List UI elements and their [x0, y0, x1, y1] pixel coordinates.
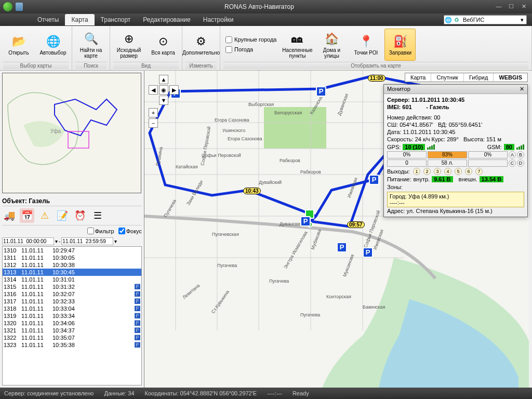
zone-box: Город: Уфа (4.899 км.) ----:---	[387, 192, 524, 207]
maximize-button[interactable]: ☐	[506, 3, 516, 11]
status-coords: Координаты: 054°42.8882'N 056°00.2972'E	[145, 390, 257, 396]
dropdown-icon[interactable]: ▾	[55, 238, 58, 244]
status-ready: Ready	[292, 390, 309, 396]
clock-icon[interactable]: ⏰	[73, 208, 87, 223]
webgis-search[interactable]: 🌐 ♻ ▾	[444, 15, 527, 24]
map-nav-controls: ▲ ◀◉▶ ▼ + −	[149, 75, 179, 128]
truck-icon[interactable]: 🚚	[2, 208, 17, 223]
event-row[interactable]: 131211.01.1110:30:38	[3, 261, 141, 269]
check-Крупные города[interactable]: Крупные города	[225, 36, 276, 43]
event-row[interactable]: 131011.01.1110:29:47	[3, 247, 141, 254]
event-row[interactable]: 131711.01.1110:32:33🅿	[3, 298, 141, 305]
ribbon-icon: ⊕	[121, 31, 137, 47]
event-row[interactable]: 131911.01.1110:33:34🅿	[3, 312, 141, 320]
statusbar: Сервер: соединение установлено Данные: 3…	[0, 388, 532, 399]
output-2[interactable]: 2	[423, 168, 431, 175]
focus-checkbox[interactable]: Фокус	[118, 228, 142, 234]
street-label: Выборгская	[248, 102, 274, 107]
street-label: Пугачевская	[212, 232, 239, 237]
street-label: Егора Сазонова	[215, 117, 249, 123]
menu-tab-Настройки[interactable]: Настройки	[197, 14, 240, 25]
date-from[interactable]	[2, 237, 54, 245]
pan-up-button[interactable]: ▲	[159, 75, 168, 84]
ribbon-Найти на карте[interactable]: 🔍Найти на карте	[75, 29, 107, 61]
parking-marker[interactable]: P	[369, 175, 379, 185]
ribbon-icon: 🌐	[45, 33, 61, 50]
zoom-in-button[interactable]: +	[149, 108, 158, 117]
ribbon-Исходный размер[interactable]: ⊕Исходный размер	[113, 29, 144, 61]
ribbon-Вся карта[interactable]: ⊙Вся карта	[148, 29, 179, 61]
output-5[interactable]: 5	[455, 168, 462, 175]
menu-tab-Отчеты[interactable]: Отчеты	[31, 14, 65, 25]
ribbon-Точки POI[interactable]: 📍Точки POI	[350, 29, 381, 61]
ribbon-icon: 🔍	[83, 31, 99, 47]
filter-checkbox[interactable]: Фильтр	[87, 228, 114, 234]
parking-marker[interactable]: P	[300, 216, 311, 227]
pan-right-button[interactable]: ▶	[169, 85, 179, 95]
maptype-Карта[interactable]: Карта	[405, 73, 431, 82]
filter-row: Фильтр Фокус	[2, 225, 142, 236]
minimap[interactable]: Карта Уфа	[2, 73, 141, 193]
event-row[interactable]: 131611.01.1110:32:07🅿	[3, 290, 141, 298]
app-orb-icon	[3, 2, 12, 11]
event-row[interactable]: 131111.01.1110:30:05	[3, 254, 141, 261]
event-row[interactable]: 132111.01.1110:34:37🅿	[3, 327, 141, 334]
calendar-icon[interactable]: 📅	[20, 208, 34, 223]
street-label: Егора Сазонова	[228, 136, 262, 141]
monitor-close-icon[interactable]: ✕	[520, 86, 524, 92]
output-7[interactable]: 7	[475, 168, 483, 175]
notes-icon[interactable]: 📝	[55, 208, 70, 223]
output-4[interactable]: 4	[444, 168, 451, 175]
street-label: Пугачева	[217, 263, 237, 268]
street-label: Софьи Перовской	[202, 153, 241, 158]
map-area[interactable]: ВыборгскаяБелорусскаяКазанскаяДуванскаяБ…	[144, 71, 532, 388]
maptype-WEBGIS[interactable]: WEBGIS	[494, 73, 527, 82]
parking-marker[interactable]: P	[316, 86, 326, 97]
event-row[interactable]: 132011.01.1110:34:06🅿	[3, 320, 141, 327]
ribbon-Автовыбор[interactable]: 🌐Автовыбор	[37, 29, 69, 61]
webgis-input[interactable]	[461, 17, 518, 23]
output-1[interactable]: 1	[413, 168, 420, 175]
ribbon-Заправки[interactable]: ⛽Заправки	[384, 29, 416, 61]
output-6[interactable]: 6	[465, 168, 472, 175]
parking-marker[interactable]: P	[337, 242, 347, 252]
event-row[interactable]: 131511.01.1110:31:32🅿	[3, 283, 141, 290]
minimize-button[interactable]: —	[494, 3, 504, 11]
menu-tab-Редактирование[interactable]: Редактирование	[137, 14, 196, 25]
output-3[interactable]: 3	[434, 168, 441, 175]
menu-tab-Карта[interactable]: Карта	[65, 14, 94, 25]
pan-left-button[interactable]: ◀	[149, 85, 158, 95]
event-row[interactable]: 132311.01.1110:35:38🅿	[3, 341, 141, 349]
event-row[interactable]: 131811.01.1110:33:04🅿	[3, 305, 141, 312]
event-row[interactable]: 131311.01.1110:30:45	[3, 269, 141, 276]
ribbon-Населенные пункты[interactable]: 🏘Населенные пункты	[282, 29, 313, 61]
maptype-Гибрид[interactable]: Гибрид	[464, 73, 494, 82]
event-list[interactable]: 131011.01.1110:29:47131111.01.1110:30:05…	[2, 246, 142, 385]
pan-center-button[interactable]: ◉	[159, 85, 168, 95]
pan-down-button[interactable]: ▼	[159, 96, 168, 105]
event-row[interactable]: 131411.01.1110:31:01	[3, 276, 141, 283]
parking-marker[interactable]: P	[363, 247, 373, 258]
menu-tab-Транспорт[interactable]: Транспорт	[95, 14, 137, 25]
gsm-value: 80	[504, 144, 514, 150]
ribbon-Дополнительно[interactable]: ⚙Дополнительно	[185, 29, 217, 61]
check-Погода[interactable]: Погода	[225, 46, 276, 53]
date-to[interactable]	[61, 237, 113, 245]
refresh-icon[interactable]: ♻	[453, 16, 461, 24]
close-button[interactable]: ✕	[518, 3, 529, 11]
ribbon-Открыть[interactable]: 📂Открыть	[3, 29, 34, 61]
street-label: Катайская	[176, 164, 198, 169]
event-row[interactable]: 132211.01.1110:35:07🅿	[3, 334, 141, 341]
monitor-panel: Монитор✕ Сервер: 11.01.2011 10:30:45 IME…	[383, 84, 528, 217]
zoom-out-button[interactable]: −	[149, 118, 158, 128]
alert-icon[interactable]: ⚠	[37, 208, 52, 223]
menubar: ОтчетыКартаТранспортРедактированиеНастро…	[0, 14, 532, 26]
street-label: Пугачева	[269, 278, 289, 284]
maptype-Спутник[interactable]: Спутник	[431, 73, 463, 82]
ribbon-Дома и улицы[interactable]: 🏠Дома и улицы	[316, 29, 347, 61]
ribbon: 📂Открыть🌐АвтовыборВыбор карты🔍Найти на к…	[0, 26, 532, 71]
list-icon[interactable]: ☰	[90, 208, 105, 223]
chevron-down-icon[interactable]: ▾	[518, 16, 526, 24]
monitor-title: Монитор	[387, 86, 410, 92]
dropdown-icon[interactable]: ▾	[114, 238, 117, 244]
